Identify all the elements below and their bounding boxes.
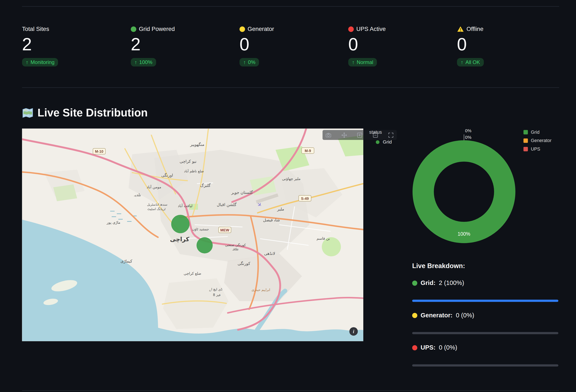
- map-place-label: کیماڑی: [120, 259, 133, 264]
- chart-legend: Grid Generator UPS: [523, 130, 551, 152]
- legend-label: Generator: [531, 138, 551, 143]
- map-place-label: علاقہ: [232, 247, 239, 251]
- map-attribution-button[interactable]: i: [349, 327, 358, 336]
- breakdown-value: 2 (100%): [439, 279, 464, 287]
- metric-label: UPS Active: [348, 26, 457, 32]
- map-place-label: اورنگی: [161, 173, 173, 178]
- map-legend-item-label: Grid: [383, 139, 392, 145]
- breakdown-name: Generator:: [421, 311, 453, 319]
- yellow-circle-icon: [240, 26, 245, 32]
- metric-delta-text: 100%: [139, 59, 152, 65]
- map-place-label: کورنگی صنعتی: [225, 243, 246, 247]
- up-arrow-icon: ↑: [26, 59, 28, 65]
- up-arrow-icon: ↑: [243, 59, 246, 65]
- map-place-label: ماڑی پور: [107, 220, 120, 225]
- red-circle-icon: [412, 345, 417, 350]
- map-place-label: شاہ فیصل: [263, 218, 280, 222]
- breakdown-name: UPS:: [421, 344, 436, 352]
- metric-ups-active: UPS Active 0 ↑ Normal: [348, 26, 457, 67]
- map-place-label: گلستان جوہر: [231, 190, 253, 195]
- generator-progress-bar: [412, 332, 558, 334]
- map-place-label: نیو کراچی: [180, 159, 197, 164]
- section-divider: [22, 87, 559, 88]
- road-shield-label: MEW: [220, 228, 230, 232]
- metric-label-text: Offline: [466, 26, 483, 32]
- warning-triangle-icon: [457, 26, 464, 32]
- grid-progress-bar: [412, 300, 558, 302]
- metric-delta-badge: ↑ 100%: [131, 58, 156, 67]
- page-title: Live Site Distribution: [22, 106, 148, 119]
- metric-generator: Generator 0 ↑ 0%: [240, 26, 348, 67]
- up-arrow-icon: ↑: [352, 59, 355, 65]
- map-place-label: فیز 8: [213, 293, 220, 297]
- map-place-label: ضلع کراچی: [184, 271, 201, 276]
- metric-grid-powered: Grid Powered 2 ↑ 100%: [131, 26, 240, 67]
- map-place-label: لیاقت آباد: [178, 203, 192, 208]
- map-place-label: ڈی ایچ اے: [209, 287, 222, 291]
- metric-value: 0: [240, 35, 348, 54]
- ups-progress-bar: [412, 364, 558, 366]
- legend-label: Grid: [531, 130, 540, 135]
- metric-label-text: Grid Powered: [139, 26, 175, 32]
- dashboard: Total Sites 2 ↑ Monitoring Grid Powered …: [0, 0, 576, 392]
- metric-label: Generator: [240, 26, 348, 32]
- yellow-circle-icon: [412, 313, 417, 318]
- map-legend-title: status: [369, 129, 392, 135]
- legend-item-grid[interactable]: Grid: [523, 130, 551, 135]
- pan-icon[interactable]: [341, 132, 347, 138]
- map-legend-item-grid[interactable]: Grid: [369, 139, 392, 145]
- donut-chart: 0% 0% 100%: [404, 125, 529, 246]
- breakdown-row-ups: UPS: 0 (0%): [412, 344, 558, 352]
- metric-label-text: Total Sites: [22, 26, 49, 32]
- top-divider: [22, 6, 559, 7]
- metric-value: 0: [348, 35, 457, 54]
- map-place-label: سندھ انڈسٹریل: [147, 203, 168, 206]
- donut-slice: [423, 151, 505, 232]
- metric-offline: Offline 0 ↑ All OK: [457, 26, 566, 67]
- metric-label: Total Sites: [22, 26, 131, 32]
- map-place-label: گلشن اقبال: [217, 202, 237, 207]
- road-shield-label: M-10: [95, 149, 103, 154]
- up-arrow-icon: ↑: [134, 59, 137, 65]
- map-place-label: جمشید ٹاؤن: [192, 227, 209, 231]
- metric-label-text: UPS Active: [356, 26, 386, 32]
- site-marker[interactable]: [197, 237, 213, 253]
- world-map-icon: [22, 107, 33, 118]
- metric-delta-text: 0%: [248, 59, 255, 65]
- legend-item-generator[interactable]: Generator: [523, 138, 551, 143]
- legend-item-ups[interactable]: UPS: [523, 146, 551, 152]
- breakdown-name: Grid:: [421, 279, 436, 287]
- live-breakdown: Live Breakdown: Grid: 2 (100%) Generator…: [412, 262, 558, 376]
- breakdown-value: 0 (0%): [456, 311, 474, 319]
- site-map[interactable]: ✈ منگھوپیرنیو کراچیضلع ناظم آباداورنگیگل…: [22, 129, 363, 341]
- metric-label-text: Generator: [248, 26, 274, 32]
- zoom-in-icon[interactable]: [357, 132, 363, 138]
- road-shield-label: S-49: [301, 196, 309, 201]
- info-icon: i: [353, 329, 354, 335]
- up-arrow-icon: ↑: [461, 59, 463, 65]
- grid-progress-fill: [412, 300, 558, 302]
- map-place-label: بن قاسم: [317, 236, 330, 241]
- metric-delta-badge: ↑ Monitoring: [22, 58, 58, 67]
- metric-delta-text: All OK: [465, 59, 480, 65]
- metric-delta-badge: ↑ All OK: [457, 58, 484, 67]
- donut-label-generator: 0%: [465, 128, 471, 133]
- donut-label-ups: 0%: [465, 135, 471, 140]
- site-marker[interactable]: [171, 215, 189, 233]
- red-circle-icon: [348, 26, 354, 32]
- ups-swatch-icon: [523, 147, 528, 151]
- metric-total-sites: Total Sites 2 ↑ Monitoring: [22, 26, 131, 67]
- grid-marker-icon: [376, 140, 379, 144]
- map-place-label: ٹریڈنگ اسٹیٹ: [147, 207, 166, 211]
- metrics-row: Total Sites 2 ↑ Monitoring Grid Powered …: [22, 26, 566, 67]
- metric-value: 2: [131, 35, 240, 54]
- metric-delta-badge: ↑ Normal: [348, 58, 377, 67]
- generator-swatch-icon: [523, 139, 528, 143]
- map-place-label: ضلع ناظم آباد: [184, 169, 204, 173]
- metric-delta-badge: ↑ 0%: [240, 58, 259, 67]
- donut-label-grid: 100%: [458, 231, 470, 237]
- metric-value: 2: [22, 35, 131, 54]
- camera-icon[interactable]: [325, 132, 332, 138]
- metric-label: Grid Powered: [131, 26, 240, 32]
- bottom-divider: [22, 390, 559, 391]
